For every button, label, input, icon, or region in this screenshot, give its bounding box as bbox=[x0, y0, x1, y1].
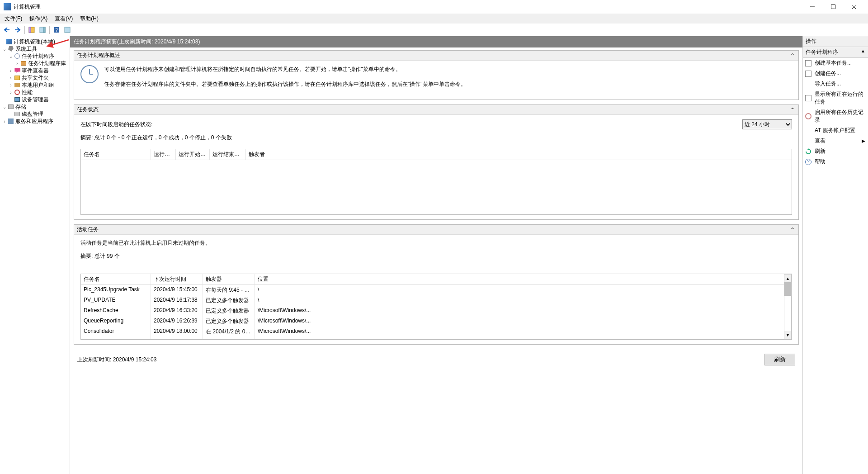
table-row[interactable]: RefreshCache2020/4/9 16:33:20已定义多个触发器\Mi… bbox=[81, 306, 784, 316]
tree-disk-mgmt[interactable]: 磁盘管理 bbox=[0, 110, 70, 118]
action-show-running[interactable]: 显示所有正在运行的任务 bbox=[803, 89, 868, 107]
task-status-header[interactable]: 任务状态 ⌃ bbox=[74, 105, 798, 115]
maximize-button[interactable] bbox=[823, 0, 844, 13]
action-view[interactable]: 查看 ▶ bbox=[803, 136, 868, 146]
table-cell: \ bbox=[255, 295, 784, 306]
tree-services-apps[interactable]: › 服务和应用程序 bbox=[0, 118, 70, 125]
tree-event-viewer[interactable]: › 事件查看器 bbox=[0, 67, 70, 74]
device-icon bbox=[14, 96, 21, 103]
table-row[interactable]: Pic_2345Upgrade Task2020/4/9 15:45:00在每天… bbox=[81, 285, 784, 295]
nav-tree[interactable]: 计算机管理(本地) ⌄ 系统工具 ⌄ 任务计划程序 › 任务计划程序库 › 事件… bbox=[0, 38, 70, 125]
period-select[interactable]: 近 24 小时 bbox=[742, 119, 792, 129]
tree-task-scheduler-lib[interactable]: › 任务计划程序库 bbox=[0, 60, 70, 67]
table-cell: PV_UPDATE bbox=[81, 295, 151, 306]
status-summary: 摘要: 总计 0 个 - 0 个正在运行，0 个成功，0 个停止，0 个失败 bbox=[80, 134, 792, 142]
table-cell: \Microsoft\Windows\... bbox=[255, 306, 784, 316]
expander-icon[interactable]: › bbox=[2, 119, 7, 124]
menu-help[interactable]: 帮助(H) bbox=[76, 14, 102, 24]
tree-root[interactable]: 计算机管理(本地) bbox=[0, 38, 70, 45]
col-trigger[interactable]: 触发者 bbox=[246, 149, 280, 160]
minimize-button[interactable] bbox=[802, 0, 823, 13]
collapse-icon[interactable]: ⌃ bbox=[789, 107, 796, 113]
overview-p1: 可以使用任务计划程序来创建和管理计算机将在所指定的时间自动执行的常见任务。若要开… bbox=[104, 65, 466, 74]
table-cell: QueueReporting bbox=[81, 316, 151, 327]
col-trigger[interactable]: 触发器 bbox=[203, 274, 255, 284]
scroll-track[interactable] bbox=[784, 282, 791, 331]
collapse-icon[interactable]: ⌃ bbox=[789, 227, 796, 233]
table-row[interactable]: Schedule Scan2020/4/9 16:23:30在 2019/7/9… bbox=[81, 337, 784, 339]
show-hide-tree-button[interactable] bbox=[27, 25, 37, 35]
tree-storage[interactable]: ⌄ 存储 bbox=[0, 103, 70, 110]
scroll-down-icon[interactable]: ▼ bbox=[784, 331, 791, 339]
tree-performance[interactable]: › 性能 bbox=[0, 89, 70, 96]
table-cell: 在每天的 9:45 - 触发后… bbox=[203, 285, 255, 295]
action-refresh[interactable]: 刷新 bbox=[803, 146, 868, 156]
tree-task-scheduler[interactable]: ⌄ 任务计划程序 bbox=[0, 52, 70, 60]
help-icon: ? bbox=[805, 158, 812, 166]
show-hide-actions-button[interactable] bbox=[38, 25, 47, 35]
action-create-basic-task[interactable]: 创建基本任务... bbox=[803, 58, 868, 68]
action-label: 帮助 bbox=[815, 158, 826, 166]
submenu-arrow-icon: ▶ bbox=[862, 138, 865, 143]
task-status-controls: 在以下时间段启动的任务状态: 近 24 小时 bbox=[80, 119, 792, 129]
menu-action[interactable]: 操作(A) bbox=[26, 14, 51, 24]
expander-icon[interactable]: ⌄ bbox=[2, 47, 7, 52]
expander-icon[interactable]: › bbox=[8, 68, 14, 73]
action-at-service[interactable]: AT 服务帐户配置 bbox=[803, 125, 868, 136]
refresh-button[interactable]: 刷新 bbox=[764, 354, 795, 365]
tree-label: 存储 bbox=[15, 103, 26, 111]
collapse-icon[interactable]: ⌃ bbox=[789, 52, 796, 59]
expander-icon[interactable]: › bbox=[8, 76, 14, 81]
action-label: 创建任务... bbox=[815, 70, 841, 77]
vertical-scrollbar[interactable]: ▲ ▼ bbox=[784, 274, 792, 339]
wrench-icon bbox=[7, 46, 14, 52]
tree-label: 性能 bbox=[22, 89, 33, 96]
tree-device-manager[interactable]: 设备管理器 bbox=[0, 96, 70, 103]
expander-icon[interactable]: ⌄ bbox=[8, 54, 14, 59]
col-start[interactable]: 运行开始时间 bbox=[176, 149, 210, 160]
expander-icon[interactable]: › bbox=[14, 61, 20, 66]
col-result[interactable]: 运行结果 bbox=[151, 149, 176, 160]
table-cell: 2020/4/9 16:33:20 bbox=[151, 306, 203, 316]
col-location[interactable]: 位置 bbox=[255, 274, 784, 284]
nav-back-button[interactable] bbox=[2, 25, 12, 35]
close-button[interactable] bbox=[844, 0, 864, 13]
summary-header: 任务计划程序摘要(上次刷新时间: 2020/4/9 15:24:03) bbox=[70, 36, 802, 47]
col-name[interactable]: 任务名 bbox=[81, 149, 151, 160]
action-create-task[interactable]: 创建任务... bbox=[803, 68, 868, 79]
expander-icon[interactable]: ⌄ bbox=[2, 104, 7, 109]
col-nextrun[interactable]: 下次运行时间 bbox=[151, 274, 203, 284]
svg-rect-12 bbox=[65, 27, 70, 33]
scroll-thumb[interactable] bbox=[784, 282, 791, 296]
tree-local-users[interactable]: › 本地用户和组 bbox=[0, 81, 70, 89]
expander-icon[interactable]: › bbox=[8, 83, 14, 88]
help-button[interactable] bbox=[62, 25, 72, 35]
clock-icon bbox=[14, 53, 21, 59]
disk-icon bbox=[14, 111, 21, 117]
tree-system-tools[interactable]: ⌄ 系统工具 bbox=[0, 45, 70, 52]
active-table-header: 任务名 下次运行时间 触发器 位置 bbox=[81, 274, 784, 285]
section-title: 活动任务 bbox=[77, 226, 99, 233]
toolbar: ? bbox=[0, 24, 868, 36]
action-import-task[interactable]: 导入任务... bbox=[803, 79, 868, 89]
table-row[interactable]: QueueReporting2020/4/9 16:26:39已定义多个触发器\… bbox=[81, 316, 784, 327]
collapse-icon[interactable]: ▲ bbox=[861, 48, 865, 56]
scroll-up-icon[interactable]: ▲ bbox=[784, 275, 791, 282]
table-row[interactable]: PV_UPDATE2020/4/9 16:17:38已定义多个触发器\ bbox=[81, 295, 784, 306]
table-cell: 在 2004/1/2 的 0:00 时… bbox=[203, 327, 255, 337]
properties-button[interactable]: ? bbox=[52, 25, 61, 35]
tree-label: 系统工具 bbox=[15, 45, 37, 53]
menu-file[interactable]: 文件(F) bbox=[1, 14, 26, 24]
tree-shared-folders[interactable]: › 共享文件夹 bbox=[0, 74, 70, 81]
action-enable-history[interactable]: 启用所有任务历史记录 bbox=[803, 107, 868, 125]
table-cell: Consolidator bbox=[81, 327, 151, 337]
expander-icon[interactable]: › bbox=[8, 90, 14, 95]
active-tasks-header[interactable]: 活动任务 ⌃ bbox=[74, 225, 798, 235]
nav-forward-button[interactable] bbox=[13, 25, 23, 35]
overview-header[interactable]: 任务计划程序概述 ⌃ bbox=[74, 51, 798, 61]
col-name[interactable]: 任务名 bbox=[81, 274, 151, 284]
action-help[interactable]: ? 帮助 bbox=[803, 156, 868, 167]
table-row[interactable]: Consolidator2020/4/9 18:00:00在 2004/1/2 … bbox=[81, 327, 784, 337]
menu-view[interactable]: 查看(V) bbox=[51, 14, 76, 24]
col-end[interactable]: 运行结束时间 bbox=[210, 149, 246, 160]
